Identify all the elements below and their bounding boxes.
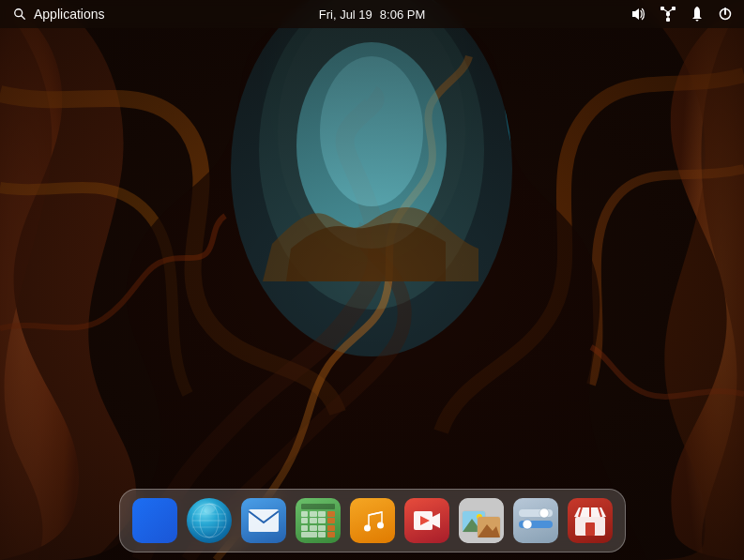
svg-line-26 (369, 512, 382, 515)
svg-rect-6 (0, 0, 744, 560)
volume-icon[interactable] (630, 6, 646, 23)
svg-point-40 (523, 520, 532, 529)
notifications-icon[interactable] (690, 6, 705, 23)
dock-item-music[interactable] (347, 495, 398, 546)
dock (119, 489, 626, 552)
wallpaper (0, 0, 744, 560)
network-icon[interactable] (660, 6, 676, 23)
svg-point-25 (377, 522, 384, 529)
menubar-center: Fri, Jul 19 8:06 PM (319, 8, 426, 22)
svg-line-8 (22, 16, 25, 20)
power-icon[interactable] (718, 7, 733, 22)
desktop: Applications Fri, Jul 19 8:06 PM (0, 0, 744, 560)
dock-item-settings[interactable] (510, 495, 561, 546)
dock-item-video[interactable] (402, 495, 452, 546)
svg-rect-9 (666, 12, 670, 16)
menubar-left: Applications (11, 6, 105, 23)
svg-point-24 (364, 525, 371, 532)
dock-item-photos[interactable] (456, 495, 507, 546)
svg-point-38 (539, 508, 549, 518)
search-icon[interactable] (11, 6, 28, 23)
dock-item-mail[interactable] (238, 495, 289, 546)
menubar-right (630, 6, 733, 23)
svg-rect-42 (585, 522, 595, 536)
dock-item-browser[interactable] (184, 495, 235, 546)
menubar: Applications Fri, Jul 19 8:06 PM (0, 0, 744, 28)
dock-item-calculator[interactable] (293, 495, 343, 546)
date-label: Fri, Jul 19 (319, 8, 372, 22)
applications-menu[interactable]: Applications (34, 7, 105, 22)
svg-rect-12 (666, 18, 670, 22)
dock-item-appstore[interactable] (565, 495, 615, 546)
time-label: 8:06 PM (380, 8, 425, 22)
dock-item-launchpad[interactable] (129, 495, 180, 546)
svg-rect-23 (249, 509, 279, 532)
